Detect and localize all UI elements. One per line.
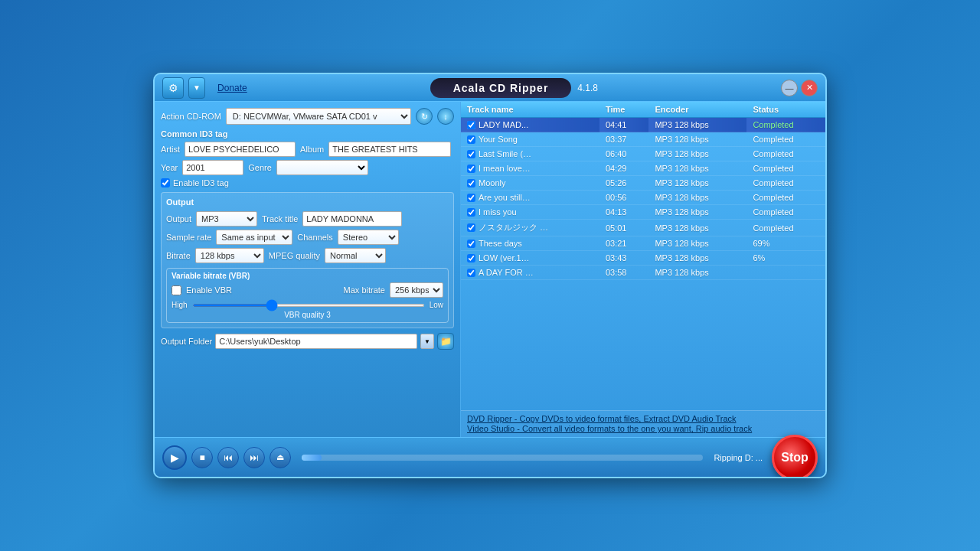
track-encoder-3: MP3 128 kbps (648, 161, 746, 176)
track-encoder-6: MP3 128 kbps (648, 205, 746, 220)
track-time-5: 00:56 (599, 191, 649, 205)
table-row[interactable]: I miss you04:13MP3 128 kbpsCompleted (461, 205, 825, 220)
output-folder-row: Output Folder ▼ 📁 (161, 333, 454, 350)
track-name-5: Are you still… (479, 193, 531, 202)
version-label: 4.1.8 (577, 83, 598, 93)
title-bar: ⚙ ▼ Donate Acala CD Ripper 4.1.8 — ✕ (155, 74, 825, 102)
dvd-ripper-link[interactable]: DVD Ripper - Copy DVDs to video format f… (467, 414, 819, 423)
track-checkbox-8[interactable] (467, 240, 475, 248)
prev-button[interactable]: ⏮ (217, 447, 239, 468)
vbr-quality-label: VBR quality 3 (172, 311, 443, 319)
year-input[interactable] (182, 160, 243, 175)
bitrate-select[interactable]: 128 kbps (195, 248, 264, 263)
content-area: Action CD-ROM D: NECVMWar, VMware SATA C… (155, 102, 825, 437)
year-genre-row: Year Genre (161, 160, 454, 175)
enable-id3-checkbox[interactable] (161, 178, 170, 187)
table-row[interactable]: ノスタルジック …05:01MP3 128 kbpsCompleted (461, 220, 825, 236)
table-row[interactable]: I mean love…04:29MP3 128 kbpsCompleted (461, 161, 825, 176)
album-input[interactable] (328, 142, 451, 157)
table-row[interactable]: Last Smile (…06:40MP3 128 kbpsCompleted (461, 147, 825, 161)
track-checkbox-6[interactable] (467, 208, 475, 217)
video-studio-link[interactable]: Video Studio - Convert all video formats… (467, 424, 819, 433)
minimize-button[interactable]: — (781, 80, 798, 96)
download-button[interactable]: ↓ (437, 108, 454, 125)
track-checkbox-3[interactable] (467, 165, 475, 173)
table-row[interactable]: These days03:21MP3 128 kbps69% (461, 236, 825, 251)
table-row[interactable]: Are you still…00:56MP3 128 kbpsCompleted (461, 191, 825, 205)
progress-bar (302, 455, 703, 461)
col-status-header: Status (746, 102, 825, 118)
track-checkbox-4[interactable] (467, 179, 475, 187)
output-folder-input[interactable] (215, 334, 417, 349)
sample-rate-select[interactable]: Same as input (216, 230, 292, 245)
vbr-enable-row: Enable VBR Max bitrate 256 kbps (172, 282, 443, 298)
track-status-5: Completed (746, 191, 825, 205)
table-row[interactable]: LADY MAD...04:41MP3 128 kbpsCompleted (461, 118, 825, 132)
artist-input[interactable] (185, 142, 296, 157)
enable-vbr-label: Enable VBR (186, 285, 232, 295)
table-row[interactable]: LOW (ver.1…03:43MP3 128 kbps6% (461, 251, 825, 266)
track-status-10 (746, 266, 825, 280)
track-encoder-9: MP3 128 kbps (648, 251, 746, 266)
folder-browse-button[interactable]: 📁 (437, 333, 454, 350)
output-section-title: Output (166, 197, 449, 207)
mpeg-quality-select[interactable]: Normal (325, 248, 386, 263)
dropdown-button[interactable]: ▼ (188, 77, 205, 99)
bitrate-row: Bitrate 128 kbps MPEG quality Normal (166, 248, 449, 263)
table-row[interactable]: A DAY FOR …03:58MP3 128 kbps (461, 266, 825, 280)
channels-select[interactable]: Stereo (338, 230, 399, 245)
col-encoder-header: Encoder (648, 102, 746, 118)
genre-select[interactable] (276, 160, 368, 175)
eject-button[interactable]: ⏏ (270, 447, 291, 468)
track-time-1: 03:37 (599, 132, 649, 147)
track-name-10: A DAY FOR … (479, 268, 534, 277)
vbr-high-label: High (172, 301, 188, 309)
col-name-header: Track name (461, 102, 599, 118)
track-title-label: Track title (262, 214, 298, 223)
max-bitrate-label: Max bitrate (344, 285, 385, 295)
track-checkbox-5[interactable] (467, 194, 475, 202)
bottom-bar: ▶ ■ ⏮ ⏭ ⏏ Ripping D: ... Stop (155, 437, 825, 477)
col-time-header: Time (599, 102, 649, 118)
track-name-2: Last Smile (… (479, 149, 531, 158)
id3-section-label: Common ID3 tag (161, 129, 454, 139)
output-section: Output Output MP3 Track title Sample rat… (161, 192, 454, 328)
close-button[interactable]: ✕ (801, 80, 818, 96)
table-row[interactable]: Your Song03:37MP3 128 kbpsCompleted (461, 132, 825, 147)
track-checkbox-7[interactable] (467, 223, 475, 232)
track-time-3: 04:29 (599, 161, 649, 176)
track-status-2: Completed (746, 147, 825, 161)
stop-button[interactable]: Stop (772, 435, 818, 479)
app-window: ⚙ ▼ Donate Acala CD Ripper 4.1.8 — ✕ Act… (153, 73, 827, 478)
vbr-slider-container: High Low (172, 301, 443, 309)
table-row[interactable]: Moonly05:26MP3 128 kbpsCompleted (461, 176, 825, 191)
ripping-status: Ripping D: ... (714, 453, 763, 462)
track-checkbox-10[interactable] (467, 269, 475, 277)
track-time-9: 03:43 (599, 251, 649, 266)
enable-id3-label: Enable ID3 tag (173, 178, 229, 187)
donate-link[interactable]: Donate (217, 83, 247, 93)
max-bitrate-select[interactable]: 256 kbps (390, 282, 443, 298)
enable-vbr-checkbox[interactable] (172, 285, 181, 295)
folder-dropdown-arrow[interactable]: ▼ (420, 334, 434, 349)
play-button[interactable]: ▶ (162, 445, 187, 470)
bitrate-label: Bitrate (166, 251, 191, 260)
track-checkbox-2[interactable] (467, 150, 475, 158)
gear-button[interactable]: ⚙ (162, 77, 184, 99)
track-name-7: ノスタルジック … (479, 222, 548, 233)
vbr-title: Variable bitrate (VBR) (172, 272, 443, 280)
track-encoder-0: MP3 128 kbps (648, 118, 746, 132)
track-checkbox-0[interactable] (467, 121, 475, 129)
track-name-8: These days (479, 239, 522, 248)
stop-transport-button[interactable]: ■ (191, 447, 213, 468)
track-checkbox-1[interactable] (467, 135, 475, 144)
track-title-input[interactable] (302, 211, 402, 227)
output-format-select[interactable]: MP3 (196, 211, 257, 227)
cdrom-select[interactable]: D: NECVMWar, VMware SATA CD01 v (226, 108, 411, 125)
next-button[interactable]: ⏭ (243, 447, 265, 468)
track-checkbox-9[interactable] (467, 254, 475, 262)
refresh-button[interactable]: ↻ (416, 108, 433, 125)
title-bar-right: — ✕ (781, 80, 818, 96)
sample-rate-row: Sample rate Same as input Channels Stere… (166, 230, 449, 245)
vbr-quality-slider[interactable] (192, 304, 425, 307)
